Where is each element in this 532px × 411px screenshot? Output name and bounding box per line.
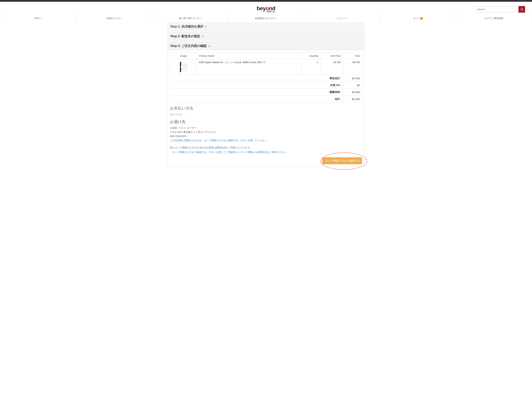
shipping-name: お名前: テスト ユーザー	[170, 126, 362, 130]
caret-down-icon: ▼	[200, 18, 201, 19]
note-easy-pay-1: 既にカード情報の入力がお済みのお客様は簡易決済をご利用いただけます。	[170, 146, 362, 149]
table-header-row: Image Product Name Quantity Unit Price T…	[170, 53, 362, 59]
cell-total: ¥3,750	[343, 59, 362, 75]
summary-label: 合計:	[170, 96, 343, 103]
nav-login[interactable]: ログイン/新規登録	[456, 14, 532, 22]
nav-label: KIWI(キウイ)	[107, 17, 120, 19]
step-3-panel[interactable]: Step 3: ご注文内容の確認 ▼	[167, 41, 365, 50]
note-easy-pay-2: 「カード情報を入力また確認する」ボタンを押してご登録頂いたカード情報から簡易決済…	[170, 151, 362, 154]
table-row: KIWI Spark Starter Kit - メンソール付き 40MG 3.…	[170, 59, 362, 75]
cart-badge: 1	[420, 17, 423, 20]
summary-value: ¥2,500	[343, 89, 362, 96]
caret-down-icon: ▼	[208, 45, 210, 47]
search-button[interactable]	[519, 6, 525, 13]
note-confirm: ご注文内容に問題がなければ「カード情報を入力また確認する」ボタンを押してください…	[170, 139, 362, 142]
shipping-phone: 090-1234-5678	[170, 135, 362, 138]
caret-down-icon: ▼	[205, 26, 207, 28]
nav-label: 会員様向けサービス	[255, 17, 275, 19]
step-3-title: Step 3: ご注文内容の確認 ▼	[170, 44, 362, 48]
nav-label: JUUL	[34, 17, 40, 19]
caret-down-icon: ▼	[346, 18, 348, 19]
summary-shipping: 国際送料: ¥2,500	[170, 89, 362, 96]
nav-juul[interactable]: JUUL▼	[0, 14, 76, 22]
payment-method: クレジット	[170, 113, 362, 116]
col-product-name: Product Name	[197, 53, 302, 59]
cell-image	[170, 59, 197, 75]
product-pen-icon	[180, 62, 181, 72]
nav-members[interactable]: 会員様向けサービス▼	[228, 14, 304, 22]
nav-kiwi[interactable]: KIWI(キウイ)▼	[76, 14, 152, 22]
nav-label: 使い捨て電子タバコ	[179, 17, 199, 19]
checkout-container: Step 1: 決済種別を選択 ▼ Step 2: 配送先の指定 ▼ Step …	[166, 22, 366, 174]
summary-subtotal: 商品合計: ¥3,750	[170, 75, 362, 82]
caret-down-icon: ▼	[40, 18, 42, 19]
search-icon	[520, 8, 523, 11]
button-row: カード情報を入力また確認する	[170, 157, 362, 164]
caret-down-icon: ▼	[276, 18, 277, 19]
caret-down-icon: ▼	[202, 36, 204, 38]
summary-label: 外税 0%:	[170, 82, 343, 89]
payment-heading: お支払い方法	[170, 106, 362, 111]
summary-value: ¥0	[343, 82, 362, 89]
summary-value: ¥3,750	[343, 75, 362, 82]
col-image: Image	[170, 53, 197, 59]
nav-label: メニュー	[337, 17, 346, 19]
step-2-panel[interactable]: Step 2: 配送先の指定 ▼	[167, 32, 365, 40]
cell-unit-price: ¥3,750	[321, 59, 343, 75]
caret-down-icon: ▼	[120, 18, 122, 19]
nav-disposable[interactable]: 使い捨て電子タバコ▼	[152, 14, 228, 22]
summary-label: 国際送料:	[170, 89, 343, 96]
step-1-panel[interactable]: Step 1: 決済種別を選択 ▼	[167, 22, 365, 31]
nav-label: ログイン/新規登録	[484, 17, 503, 19]
cell-product-name: KIWI Spark Starter Kit - メンソール付き 40MG 3.…	[197, 59, 302, 75]
shipping-heading: お届け先	[170, 119, 362, 124]
nav-menu[interactable]: メニュー▼	[304, 14, 380, 22]
search-input[interactable]	[475, 6, 519, 13]
product-image	[176, 61, 191, 73]
col-total: Total	[343, 53, 362, 59]
step-2-title: Step 2: 配送先の指定 ▼	[170, 34, 362, 38]
cell-quantity: 1	[302, 59, 321, 75]
col-quantity: Quantity	[302, 53, 321, 59]
summary-total: 合計: ¥6,250	[170, 96, 362, 103]
logo-part: bey	[257, 5, 266, 11]
shipping-address: 〒111-2222 東京都テスト区ユーザー1-1-1	[170, 131, 362, 134]
site-header: beyond VAPE nic	[0, 2, 532, 14]
col-unit-price: Unit Price	[321, 53, 343, 59]
nav-label: カート	[413, 17, 420, 19]
order-table: Image Product Name Quantity Unit Price T…	[170, 53, 362, 103]
site-logo[interactable]: beyond VAPE nic	[257, 5, 275, 13]
search-form	[475, 6, 525, 13]
summary-value: ¥6,250	[343, 96, 362, 103]
summary-tax: 外税 0%: ¥0	[170, 82, 362, 89]
step-3-content: Image Product Name Quantity Unit Price T…	[167, 50, 365, 167]
summary-label: 商品合計:	[170, 75, 343, 82]
product-box-icon	[182, 64, 187, 70]
nav-cart[interactable]: カート1	[380, 14, 456, 22]
confirm-card-button[interactable]: カード情報を入力また確認する	[322, 157, 362, 164]
window-top-bar	[0, 0, 532, 2]
step-1-title: Step 1: 決済種別を選択 ▼	[170, 24, 362, 29]
main-nav: JUUL▼ KIWI(キウイ)▼ 使い捨て電子タバコ▼ 会員様向けサービス▼ メ…	[0, 14, 532, 22]
